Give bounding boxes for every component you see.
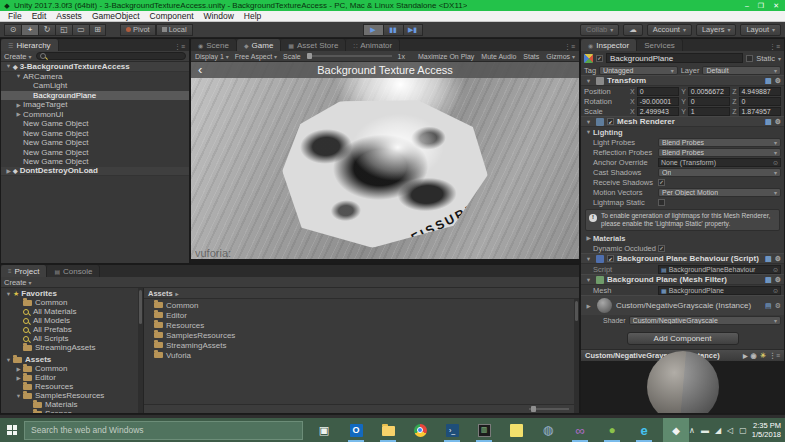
- foldout-icon[interactable]: ▼: [4, 291, 13, 297]
- position-y-field[interactable]: 0.0056672: [688, 87, 730, 96]
- tab-animator[interactable]: ∷Animator: [346, 39, 400, 51]
- cloud-button[interactable]: ☁: [623, 24, 643, 36]
- pause-button[interactable]: ▮▮: [383, 24, 403, 36]
- project-create-button[interactable]: Create▾: [4, 278, 32, 287]
- object-picker-icon[interactable]: ⊙: [773, 287, 778, 294]
- dynamic-occluded-checkbox[interactable]: [658, 245, 665, 252]
- minimize-button[interactable]: –: [745, 2, 749, 10]
- panel-menu-icon[interactable]: ⋮≡: [765, 43, 784, 51]
- scale-y-field[interactable]: 1: [688, 107, 730, 116]
- layer-dropdown[interactable]: Default▾: [702, 66, 781, 75]
- panel-menu-icon[interactable]: ⋮≡: [560, 43, 579, 51]
- position-z-field[interactable]: 4.949887: [739, 87, 781, 96]
- script-enabled-checkbox[interactable]: [607, 255, 614, 262]
- layers-dropdown[interactable]: Layers▾: [696, 24, 737, 36]
- static-dropdown-arrow[interactable]: ▾: [778, 55, 781, 62]
- taskbar-search-input[interactable]: [31, 425, 296, 435]
- foldout-icon[interactable]: ▼: [584, 277, 593, 283]
- hierarchy-item-new-game-object[interactable]: New Game Object: [1, 157, 189, 167]
- project-tree-all-prefabs[interactable]: All Prefabs: [1, 325, 143, 334]
- menu-help[interactable]: Help: [239, 11, 266, 21]
- receive-shadows-checkbox[interactable]: [658, 179, 665, 186]
- taskbar-clock[interactable]: 2:35 PM 1/5/2018: [752, 421, 785, 440]
- local-button[interactable]: Local: [156, 24, 193, 36]
- hierarchy-item-new-game-object[interactable]: New Game Object: [1, 129, 189, 139]
- powershell-icon[interactable]: ›_: [439, 418, 465, 442]
- layout-dropdown[interactable]: Layout▾: [740, 24, 781, 36]
- sticky-notes-icon[interactable]: [503, 418, 529, 442]
- foldout-icon[interactable]: ▼: [584, 78, 593, 84]
- menu-component[interactable]: Component: [145, 11, 199, 21]
- task-view-icon[interactable]: ▣: [311, 418, 337, 442]
- step-button[interactable]: ▶▮: [403, 24, 423, 36]
- mesh-object-field[interactable]: ▦BackgroundPlane⊙: [658, 286, 781, 295]
- foldout-icon[interactable]: ▶: [584, 303, 593, 309]
- asset-folder-common[interactable]: Common: [144, 300, 579, 310]
- hierarchy-item-new-game-object[interactable]: New Game Object: [1, 119, 189, 129]
- stats-toggle[interactable]: Stats: [523, 53, 539, 60]
- asset-folder-samplesresources[interactable]: SamplesResources: [144, 330, 579, 340]
- menu-gameobject[interactable]: GameObject: [87, 11, 145, 21]
- hierarchy-create-button[interactable]: Create▾: [4, 52, 32, 61]
- tab-asset-store[interactable]: ▦Asset Store: [281, 39, 346, 51]
- light-probes-dropdown[interactable]: Blend Probes▾: [658, 138, 781, 147]
- gear-icon[interactable]: ⚙: [775, 255, 781, 263]
- project-tree-samplesresources[interactable]: ▼SamplesResources: [1, 391, 143, 400]
- maximize-on-play-toggle[interactable]: Maximize On Play: [418, 53, 474, 60]
- asset-folder-resources[interactable]: Resources: [144, 320, 579, 330]
- project-tree-editor[interactable]: ▶Editor: [1, 373, 143, 382]
- move-tool-icon[interactable]: +: [21, 24, 38, 36]
- terminal-icon[interactable]: ▥: [471, 418, 497, 442]
- foldout-icon[interactable]: ▼: [584, 119, 593, 125]
- hand-tool-icon[interactable]: ⊙: [4, 24, 21, 36]
- gear-icon[interactable]: ⚙: [775, 77, 781, 85]
- project-tree-favorites[interactable]: ▼★Favorites: [1, 289, 143, 298]
- scale-slider-thumb[interactable]: [307, 53, 312, 59]
- network-icon[interactable]: ◢: [715, 426, 721, 435]
- help-icon[interactable]: ▤: [765, 118, 772, 126]
- materials-foldout[interactable]: ▶ Materials: [581, 233, 784, 243]
- aspect-dropdown[interactable]: Free Aspect ▾: [235, 53, 277, 60]
- foldout-icon[interactable]: ▼: [4, 357, 13, 363]
- rotate-tool-icon[interactable]: ↻: [38, 24, 55, 36]
- gameobject-name-field[interactable]: BackgroundPlane: [606, 53, 743, 63]
- hierarchy-item-imagetarget[interactable]: ▶ImageTarget: [1, 100, 189, 110]
- help-icon[interactable]: ▤: [765, 77, 772, 85]
- project-tree-resources[interactable]: Resources: [1, 382, 143, 391]
- active-checkbox[interactable]: [596, 55, 603, 62]
- menu-edit[interactable]: Edit: [27, 11, 52, 21]
- outlook-icon[interactable]: O: [343, 418, 369, 442]
- foldout-icon[interactable]: ▼: [14, 393, 23, 399]
- reflection-probes-dropdown[interactable]: Blend Probes▾: [658, 148, 781, 157]
- project-tree-all-materials[interactable]: All Materials: [1, 307, 143, 316]
- project-tree-streamingassets[interactable]: StreamingAssets: [1, 343, 143, 352]
- play-button[interactable]: ▶: [363, 24, 383, 36]
- pivot-button[interactable]: Pivot: [120, 24, 156, 36]
- visual-studio-icon[interactable]: ∞: [567, 418, 593, 442]
- hierarchy-item-commonui[interactable]: ▶CommonUI: [1, 110, 189, 120]
- chevron-up-icon[interactable]: ∧: [689, 426, 695, 435]
- mesh-renderer-header[interactable]: ▼ Mesh Renderer ▤⚙: [581, 116, 784, 127]
- material-component-header[interactable]: ▶ Custom/NegativeGrayscale (Instance) ▤⚙: [581, 295, 784, 315]
- project-tree-assets[interactable]: ▼Assets: [1, 355, 143, 364]
- gear-icon[interactable]: ⚙: [775, 276, 781, 284]
- chrome-icon[interactable]: [407, 418, 433, 442]
- maximize-button[interactable]: ❐: [758, 2, 764, 10]
- project-tree-common[interactable]: ▶Common: [1, 364, 143, 373]
- menu-assets[interactable]: Assets: [51, 11, 87, 21]
- add-component-button[interactable]: Add Component: [627, 332, 739, 345]
- foldout-icon[interactable]: ▶: [14, 102, 23, 108]
- menu-file[interactable]: File: [3, 11, 27, 21]
- script-object-field[interactable]: ▤BackgroundPlaneBehaviour⊙: [658, 265, 781, 274]
- tab-game[interactable]: ◆Game: [237, 39, 281, 51]
- anchor-override-field[interactable]: None (Transform)⊙: [658, 158, 781, 167]
- preview-sphere-icon[interactable]: ◉: [751, 352, 757, 360]
- action-center-icon[interactable]: ▢: [739, 426, 747, 435]
- gizmos-dropdown[interactable]: Gizmos ▾: [546, 53, 575, 60]
- unity-taskbar-icon[interactable]: ◆: [663, 418, 689, 442]
- rotation-x-field[interactable]: -90.00001: [637, 97, 679, 106]
- asset-folder-editor[interactable]: Editor: [144, 310, 579, 320]
- transform-header[interactable]: ▼ Transform ▤⚙: [581, 75, 784, 86]
- hierarchy-item-3-backgroundtextureaccess[interactable]: ▼◆3-BackgroundTextureAccess: [1, 62, 189, 72]
- account-dropdown[interactable]: Account▾: [647, 24, 692, 36]
